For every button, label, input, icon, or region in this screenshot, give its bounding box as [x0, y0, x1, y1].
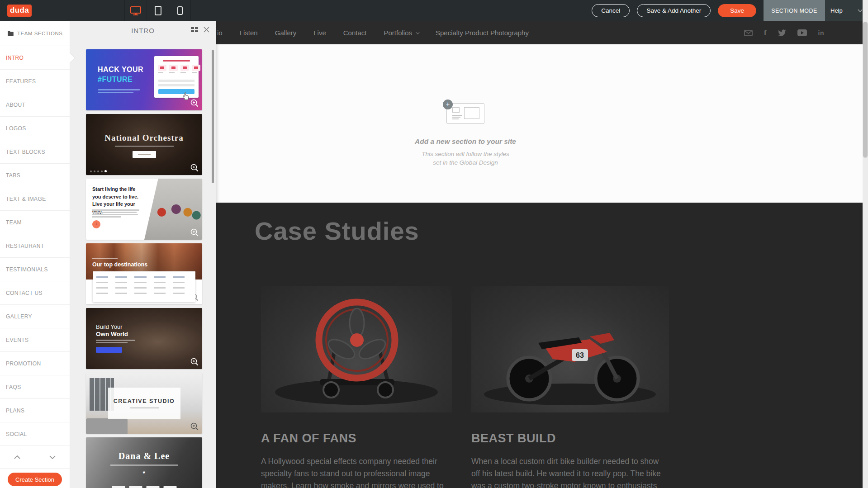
help-label: Help	[830, 7, 843, 14]
section-template-list: HACK YOUR #FUTURE National Orchestra	[70, 39, 216, 488]
sidebar-item-restaurant[interactable]: RESTAURANT	[0, 234, 70, 258]
template-thumbnail-national-orchestra[interactable]: National Orchestra	[86, 114, 202, 175]
add-section-placeholder[interactable]: + Add a new section to your site This se…	[375, 103, 556, 167]
social-icons: f in	[744, 21, 824, 44]
youtube-icon[interactable]	[797, 29, 807, 36]
card-title: A FAN OF FANS	[261, 431, 452, 445]
folder-icon	[7, 31, 14, 36]
duda-logo: duda	[7, 5, 32, 17]
case-study-card-bike: 63 BEAST BUILD When a local custom dirt …	[471, 286, 669, 488]
sidebar-item-features[interactable]: FEATURES	[0, 70, 70, 93]
thumb-subtitle: Own World	[96, 331, 128, 337]
thumb-title: Dana & Lee	[86, 451, 202, 461]
tablet-icon	[155, 6, 161, 15]
nav-item-live[interactable]: Live	[313, 29, 326, 37]
desktop-icon	[130, 6, 142, 16]
sidebar-item-faqs[interactable]: FAQS	[0, 375, 70, 399]
bike-photo: 63	[471, 286, 669, 412]
sidebar-item-logos[interactable]: LOGOS	[0, 117, 70, 140]
template-thumbnail-creative-studio[interactable]: CREATIVE STUDIO	[86, 373, 202, 434]
bike-number: 63	[576, 351, 584, 359]
case-study-card-fan: A FAN OF FANS A Hollywood special effect…	[261, 286, 452, 488]
panel-scrollbar[interactable]	[212, 50, 214, 183]
sidebar-item-events[interactable]: EVENTS	[0, 328, 70, 352]
zoom-preview-icon[interactable]	[190, 163, 199, 172]
template-thumbnail-build-your-own-world[interactable]: Build Your Own World	[86, 308, 202, 369]
tablet-view-button[interactable]	[147, 0, 169, 21]
zoom-preview-icon[interactable]	[190, 357, 199, 366]
add-section-subtitle: This section will follow the styles set …	[375, 150, 556, 167]
preview-cta-button	[96, 347, 122, 353]
cancel-button[interactable]: Cancel	[592, 4, 630, 17]
scroll-up-button[interactable]	[0, 446, 35, 468]
email-icon[interactable]	[744, 30, 753, 36]
preview-cta-button	[133, 151, 156, 158]
fan-photo	[261, 286, 452, 412]
chevron-down-icon	[858, 8, 863, 12]
card-text: A Hollywood special effects company need…	[261, 455, 452, 488]
scrollbar-thumb[interactable]	[863, 22, 868, 157]
template-thumbnail-hack-your-future[interactable]: HACK YOUR #FUTURE	[86, 49, 202, 110]
thumb-title: Build Your	[96, 323, 123, 330]
sidebar-item-text-image[interactable]: TEXT & IMAGE	[0, 187, 70, 211]
facebook-icon[interactable]: f	[764, 28, 767, 38]
thumb-title: Start living the life you deserve to liv…	[92, 185, 145, 215]
chevron-up-icon	[14, 455, 20, 459]
sidebar-item-text-blocks[interactable]: TEXT BLOCKS	[0, 140, 70, 164]
chevron-down-icon	[416, 30, 419, 34]
sidebar-item-social[interactable]: SOCIAL	[0, 422, 70, 446]
plus-icon: +	[443, 99, 453, 109]
section-mode-badge: SECTION MODE	[764, 0, 825, 21]
intro-sections-panel: INTRO HACK YOUR #FUTURE	[70, 21, 216, 488]
save-add-another-button[interactable]: Save & Add Another	[637, 4, 711, 17]
mobile-icon	[177, 6, 183, 15]
nav-item-portfolios[interactable]: Portfolios	[384, 29, 418, 37]
template-thumbnail-dana-and-lee[interactable]: Dana & Lee ♥	[86, 437, 202, 488]
sidebar-item-testimonials[interactable]: TESTIMONIALS	[0, 258, 70, 281]
zoom-preview-icon[interactable]	[190, 422, 199, 431]
sidebar-item-team[interactable]: TEAM	[0, 211, 70, 234]
template-thumbnail-start-living[interactable]: Start living the life you deserve to liv…	[86, 179, 202, 240]
device-switcher	[124, 0, 191, 21]
thumb-title: HACK YOUR	[98, 66, 143, 74]
hand-cursor-icon	[182, 92, 190, 100]
nav-item-specialty[interactable]: Specialty Product Photography	[436, 29, 529, 37]
sidebar-item-intro[interactable]: INTRO	[0, 46, 70, 70]
heart-icon: ♥	[86, 470, 202, 475]
linkedin-icon[interactable]: in	[818, 29, 824, 37]
carousel-dots	[90, 170, 107, 172]
section-wireframe-icon: +	[446, 103, 484, 124]
nav-item-gallery[interactable]: Gallery	[275, 29, 297, 37]
section-heading: Case Studies	[255, 216, 419, 246]
signup-form-preview	[154, 56, 199, 98]
twitter-icon[interactable]	[778, 29, 786, 36]
sidebar-header-label: TEAM SECTIONS	[17, 31, 62, 36]
close-icon[interactable]	[204, 27, 209, 33]
thumb-title: CREATIVE STUDIO	[114, 398, 175, 404]
panel-title: INTRO	[131, 27, 155, 34]
sidebar-item-gallery[interactable]: GALLERY	[0, 305, 70, 328]
mobile-view-button[interactable]	[169, 0, 191, 21]
sidebar-item-plans[interactable]: PLANS	[0, 399, 70, 422]
help-menu[interactable]: Help	[825, 0, 868, 21]
desktop-view-button[interactable]	[124, 0, 147, 21]
sidebar-item-contact-us[interactable]: CONTACT US	[0, 281, 70, 305]
create-section-button[interactable]: Create Section	[8, 473, 62, 486]
top-toolbar: duda Cancel Save & Add Another Save SECT…	[0, 0, 868, 21]
template-thumbnail-top-destinations[interactable]: Our top destinations	[86, 243, 202, 304]
nav-item-partial[interactable]: io	[217, 29, 223, 37]
sidebar-item-promotion[interactable]: PROMOTION	[0, 352, 70, 375]
save-button[interactable]: Save	[718, 4, 756, 17]
sidebar-item-about[interactable]: ABOUT	[0, 93, 70, 117]
zoom-preview-icon[interactable]	[190, 99, 199, 108]
nav-item-listen[interactable]: Listen	[240, 29, 258, 37]
nav-item-contact[interactable]: Contact	[343, 29, 367, 37]
page-scrollbar[interactable]	[863, 0, 868, 488]
thumb-subtitle: #FUTURE	[98, 76, 133, 84]
sidebar-item-tabs[interactable]: TABS	[0, 164, 70, 187]
preview-plus-button: +	[92, 220, 100, 228]
scroll-down-button[interactable]	[35, 446, 70, 468]
chevron-down-icon	[49, 455, 56, 459]
grid-view-icon[interactable]	[191, 27, 199, 33]
zoom-preview-icon[interactable]	[190, 228, 199, 237]
